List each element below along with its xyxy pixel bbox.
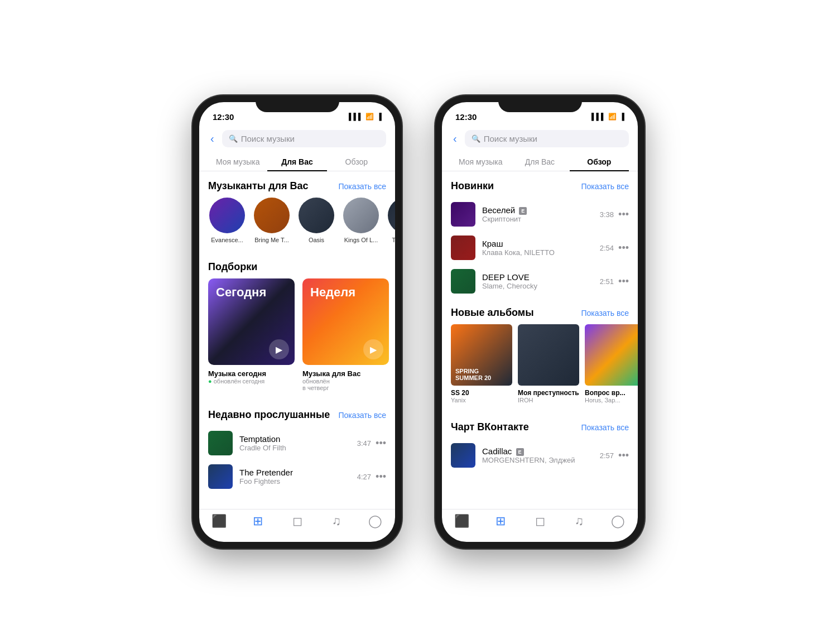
- new-tracks-show-all[interactable]: Показать все: [581, 182, 629, 191]
- track-title-cadillac: Cadillac E: [482, 446, 593, 456]
- track-more-krash[interactable]: •••: [618, 242, 629, 254]
- tab-bar-1: ⬛ ⊞ ◻ ♫ ◯: [199, 509, 395, 542]
- playlist-cover-today: Сегодня ▶: [208, 278, 295, 365]
- track-cadillac[interactable]: Cadillac E MORGENSHTERN, Элджей 2:57 •••: [442, 439, 638, 472]
- track-info-veselei: Веселей E Скриптонит: [482, 205, 593, 223]
- artist-three[interactable]: Three D...: [387, 198, 395, 243]
- tab-for-you-1[interactable]: Для Вас: [267, 153, 326, 171]
- wifi-icon-1: 📶: [365, 113, 374, 121]
- artist-name-kings: Kings Of L...: [344, 237, 378, 243]
- tabbar-profile-2[interactable]: ◯: [599, 514, 638, 528]
- album-artist-iroh: IROH: [518, 397, 579, 403]
- signal-icon-1: ▌▌▌: [349, 113, 363, 121]
- back-button-2[interactable]: ‹: [451, 132, 459, 145]
- tabbar-messages-2[interactable]: ◻: [520, 514, 559, 528]
- track-cover-cadillac: [451, 443, 475, 468]
- track-deeplove[interactable]: DEEP LOVE Slame, Cherocky 2:51 •••: [442, 265, 638, 298]
- tabbar-music-2[interactable]: ⊞: [481, 514, 520, 528]
- album-iroh[interactable]: Моя преступность IROH: [518, 324, 579, 403]
- artist-avatar-evanescence: [209, 198, 245, 233]
- tabbar-friends-1[interactable]: ♫: [317, 514, 356, 528]
- nav-bar-1: ‹ 🔍 Поиск музыки: [199, 127, 395, 153]
- playlists-row: Сегодня ▶ Музыка сегодня ● обновлён сего…: [199, 278, 395, 400]
- tabbar-icon-friends-1: ♫: [331, 514, 341, 528]
- track-artist-temptation: Cradle Of Filth: [239, 444, 350, 452]
- tab-browse-2[interactable]: Обзор: [570, 153, 629, 171]
- track-info-pretender: The Pretender Foo Fighters: [239, 468, 350, 486]
- tabbar-icon-profile-2: ◯: [611, 514, 625, 528]
- updated-dot-today: ●: [208, 378, 212, 385]
- search-bar-1[interactable]: 🔍 Поиск музыки: [222, 130, 386, 147]
- track-meta-cadillac: 2:57 •••: [600, 450, 629, 462]
- playlist-updated-week: обновлён в четверг: [302, 378, 389, 391]
- tabbar-friends-2[interactable]: ♫: [560, 514, 599, 528]
- back-button-1[interactable]: ‹: [208, 132, 217, 145]
- artist-kings[interactable]: Kings Of L...: [342, 198, 380, 243]
- track-more-temptation[interactable]: •••: [376, 438, 386, 449]
- artists-section-header: Музыканты для Вас Показать все: [199, 171, 395, 198]
- search-placeholder-1: Поиск музыки: [241, 134, 295, 143]
- album-cover-iroh: [518, 324, 579, 386]
- tab-for-you-2[interactable]: Для Вас: [510, 153, 569, 171]
- playlist-name-today: Музыка сегодня: [208, 369, 295, 378]
- track-cover-deeplove: [451, 269, 475, 294]
- playlists-title: Подборки: [208, 261, 257, 273]
- chart-show-all[interactable]: Показать все: [581, 423, 629, 432]
- track-more-veselei[interactable]: •••: [618, 209, 629, 220]
- track-title-krash: Краш: [482, 239, 593, 248]
- artist-bringme[interactable]: Bring Me T...: [253, 198, 291, 243]
- explicit-badge-veselei: E: [519, 207, 527, 215]
- tab-my-music-2[interactable]: Моя музыка: [451, 153, 510, 171]
- new-albums-show-all[interactable]: Показать все: [581, 309, 629, 318]
- tabbar-news-1[interactable]: ⬛: [199, 514, 238, 528]
- albums-row: SPRINGSUMMER 20 SS 20 Yanix Моя преступн…: [442, 324, 638, 412]
- tab-my-music-1[interactable]: Моя музыка: [208, 153, 267, 171]
- track-more-cadillac[interactable]: •••: [618, 450, 629, 462]
- track-artist-deeplove: Slame, Cherocky: [482, 282, 593, 290]
- tabbar-music-1[interactable]: ⊞: [238, 514, 277, 528]
- track-artist-pretender: Foo Fighters: [239, 477, 350, 486]
- tabbar-icon-news-2: ⬛: [454, 514, 469, 528]
- track-krash[interactable]: Краш Клава Кока, NILETTO 2:54 •••: [442, 231, 638, 265]
- tab-bar-2: ⬛ ⊞ ◻ ♫ ◯: [442, 509, 638, 542]
- track-veselei[interactable]: Веселей E Скриптонит 3:38 •••: [442, 198, 638, 231]
- artist-avatar-three: [388, 198, 395, 233]
- track-meta-deeplove: 2:51 •••: [600, 276, 629, 287]
- track-temptation[interactable]: Temptation Cradle Of Filth 3:47 •••: [199, 426, 395, 460]
- track-more-deeplove[interactable]: •••: [618, 276, 629, 287]
- tabbar-profile-1[interactable]: ◯: [356, 514, 395, 528]
- status-icons-1: ▌▌▌ 📶 ▐: [349, 113, 382, 121]
- tabbar-messages-1[interactable]: ◻: [277, 514, 316, 528]
- playlist-week[interactable]: Неделя ▶ Музыка для Вас обновлён в четве…: [302, 278, 389, 391]
- album-horus[interactable]: Вопрос вр... Horus, Зар...: [585, 324, 638, 403]
- album-cover-ss20: SPRINGSUMMER 20: [451, 324, 512, 386]
- recent-show-all[interactable]: Показать все: [339, 411, 386, 420]
- playlist-today[interactable]: Сегодня ▶ Музыка сегодня ● обновлён сего…: [208, 278, 295, 391]
- artist-name-bringme: Bring Me T...: [254, 237, 289, 243]
- track-more-pretender[interactable]: •••: [376, 471, 386, 483]
- tabbar-icon-music-2: ⊞: [496, 514, 506, 528]
- album-ss20[interactable]: SPRINGSUMMER 20 SS 20 Yanix: [451, 324, 512, 403]
- playlist-play-week[interactable]: ▶: [363, 339, 383, 359]
- track-info-temptation: Temptation Cradle Of Filth: [239, 434, 350, 452]
- tabbar-icon-profile-1: ◯: [368, 514, 382, 528]
- notch-1: [256, 95, 339, 112]
- artist-oasis[interactable]: Oasis: [297, 198, 335, 243]
- playlist-play-today[interactable]: ▶: [269, 339, 289, 359]
- search-bar-2[interactable]: 🔍 Поиск музыки: [465, 130, 629, 147]
- tabbar-news-2[interactable]: ⬛: [442, 514, 481, 528]
- phone-1: 12:30 ▌▌▌ 📶 ▐ ‹ 🔍 Поиск музыки Моя музык…: [193, 95, 402, 549]
- track-cover-temptation: [208, 431, 233, 455]
- tabs-2: Моя музыка Для Вас Обзор: [442, 153, 638, 171]
- track-pretender[interactable]: The Pretender Foo Fighters 4:27 •••: [199, 460, 395, 493]
- search-placeholder-2: Поиск музыки: [484, 134, 537, 143]
- status-time-2: 12:30: [455, 112, 477, 122]
- new-albums-title: Новые альбомы: [451, 307, 534, 319]
- tab-browse-1[interactable]: Обзор: [327, 153, 386, 171]
- track-meta-temptation: 3:47 •••: [357, 438, 386, 449]
- track-info-krash: Краш Клава Кока, NILETTO: [482, 239, 593, 257]
- track-title-deeplove: DEEP LOVE: [482, 272, 593, 282]
- artist-evanescence[interactable]: Evanescе...: [208, 198, 246, 243]
- track-duration-krash: 2:54: [600, 244, 614, 252]
- artists-show-all[interactable]: Показать все: [339, 182, 386, 191]
